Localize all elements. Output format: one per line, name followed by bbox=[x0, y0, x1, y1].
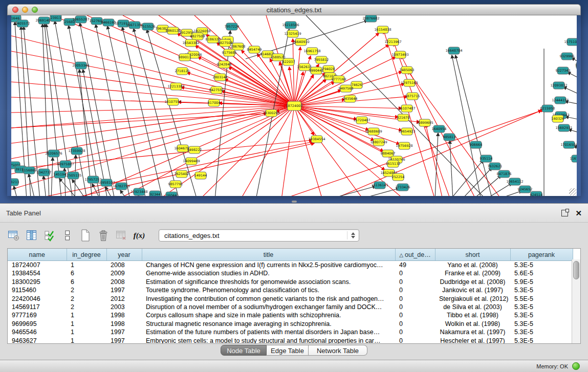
graph-node[interactable]: 935114 bbox=[480, 155, 493, 162]
graph-node[interactable]: 17016504 bbox=[560, 141, 577, 148]
graph-node[interactable]: 15751074 bbox=[564, 38, 577, 46]
graph-node[interactable]: 19756928 bbox=[396, 142, 412, 149]
graph-node[interactable]: 1342737 bbox=[37, 169, 52, 176]
graph-node[interactable]: 1167534 bbox=[570, 155, 577, 162]
graph-node[interactable]: 12213967 bbox=[384, 38, 401, 46]
graph-node[interactable]: 321670 bbox=[397, 114, 410, 121]
graph-node[interactable]: 908213 bbox=[11, 179, 19, 186]
graph-node[interactable]: 12923448 bbox=[130, 188, 147, 195]
graph-node[interactable]: 8427552 bbox=[209, 86, 224, 94]
table-selector-dropdown[interactable]: citations_edges.txt bbox=[159, 229, 359, 242]
graph-node[interactable]: 12325419 bbox=[284, 30, 301, 37]
table-row[interactable]: 1872400712008Changes of HCN gene express… bbox=[8, 261, 573, 270]
graph-node[interactable]: 9827509 bbox=[190, 33, 205, 40]
graph-node[interactable]: 9175685 bbox=[222, 49, 237, 56]
network-canvas[interactable]: 1872400716462405572206914062391325680106… bbox=[11, 15, 577, 196]
table-row[interactable]: 2242004622012Investigating the contribut… bbox=[8, 295, 573, 303]
graph-node[interactable]: 16154838 bbox=[374, 26, 391, 33]
graph-node[interactable]: 252254 bbox=[392, 173, 405, 181]
graph-node[interactable]: 16782759 bbox=[113, 183, 129, 190]
graph-node[interactable]: 9227343 bbox=[556, 67, 571, 74]
graph-node[interactable]: 9990443 bbox=[309, 67, 324, 74]
graph-node[interactable]: 9329966 bbox=[560, 53, 575, 60]
graph-node[interactable]: 12975163 bbox=[401, 79, 418, 86]
graph-node[interactable]: 8860128 bbox=[166, 27, 181, 34]
close-panel-icon[interactable]: ✕ bbox=[575, 209, 582, 217]
graph-node[interactable]: 7515526 bbox=[141, 23, 156, 30]
table-row[interactable]: 1830029562008Estimation of significance … bbox=[8, 278, 573, 286]
graph-node[interactable]: 92344 bbox=[149, 191, 161, 196]
graph-node[interactable]: 922720 bbox=[576, 62, 577, 69]
graph-node[interactable]: 985813 bbox=[443, 134, 456, 141]
close-window-button[interactable] bbox=[12, 7, 18, 13]
column-header-out_de[interactable]: △out_de… bbox=[395, 249, 435, 261]
graph-node[interactable]: 822037 bbox=[282, 58, 295, 65]
graph-node[interactable]: 8215958 bbox=[540, 105, 555, 112]
graph-node[interactable]: 18107554 bbox=[164, 98, 181, 105]
column-header-short[interactable]: short bbox=[435, 249, 510, 261]
graph-node[interactable]: 1733426 bbox=[396, 184, 410, 191]
table-row[interactable]: 969969511998Structural magnetic resonanc… bbox=[8, 320, 573, 328]
graph-node[interactable]: 15692931 bbox=[555, 124, 572, 132]
graph-node[interactable]: 1156869 bbox=[22, 167, 37, 174]
graph-node[interactable]: 16648784 bbox=[445, 47, 462, 54]
graph-node[interactable]: 18300295 bbox=[263, 110, 279, 117]
graph-node[interactable]: 1875715 bbox=[405, 93, 420, 100]
column-header-in_degree[interactable]: in_degree bbox=[67, 249, 106, 261]
graph-node[interactable]: 19654923 bbox=[398, 128, 415, 135]
graph-node[interactable]: 924514 bbox=[530, 191, 543, 196]
graph-node[interactable]: 989011 bbox=[179, 54, 191, 61]
graph-node[interactable]: 160326 bbox=[552, 115, 564, 122]
graph-node[interactable]: 16961758 bbox=[303, 48, 320, 55]
zoom-window-button[interactable] bbox=[32, 7, 38, 13]
minimize-window-button[interactable] bbox=[22, 7, 28, 13]
column-header-year[interactable]: year bbox=[106, 249, 142, 261]
graph-node[interactable]: 17359928 bbox=[68, 147, 85, 155]
table-row[interactable]: 946554611997Estimation of the future num… bbox=[8, 328, 573, 336]
graph-node[interactable]: 19218586 bbox=[282, 21, 299, 29]
graph-node[interactable]: 1640954 bbox=[432, 125, 447, 133]
graph-node[interactable]: 149144 bbox=[194, 172, 207, 179]
graph-node[interactable]: 12093832 bbox=[550, 82, 567, 89]
column-header-pagerank[interactable]: pagerank bbox=[510, 249, 573, 261]
graph-node[interactable]: 9245652 bbox=[518, 186, 533, 193]
graph-node[interactable]: 12444155 bbox=[552, 97, 569, 104]
graph-node[interactable]: 10973493 bbox=[391, 51, 408, 58]
delete-table-icon[interactable] bbox=[97, 228, 110, 243]
column-header-name[interactable]: name bbox=[8, 249, 67, 261]
table-row[interactable]: 946362711997Embryonic stem cells: a mode… bbox=[8, 337, 573, 344]
graph-node[interactable]: 19384554 bbox=[308, 136, 325, 143]
graph-node[interactable]: 8471876 bbox=[497, 170, 512, 178]
table-row[interactable]: 977716911998Corpus callosum shape and si… bbox=[8, 311, 573, 319]
graph-node[interactable]: 15136141 bbox=[371, 182, 388, 189]
tab-network-table[interactable]: Network Table bbox=[309, 345, 367, 356]
show-columns-icon[interactable] bbox=[25, 228, 38, 243]
table-row[interactable]: 1456911722003Disruption of a novel membe… bbox=[8, 303, 573, 311]
graph-node[interactable]: 10688609 bbox=[365, 128, 382, 135]
column-header-title[interactable]: title bbox=[142, 249, 395, 261]
graph-node[interactable]: 417004 bbox=[208, 99, 221, 106]
graph-node[interactable]: 2803144 bbox=[213, 74, 228, 81]
graph-node[interactable]: 6466160 bbox=[101, 19, 116, 26]
graph-node[interactable]: 7485063 bbox=[400, 67, 415, 74]
graph-node[interactable]: 8454749 bbox=[247, 46, 262, 53]
graph-node[interactable]: 9857791 bbox=[168, 181, 183, 188]
graph-node[interactable]: 1615132 bbox=[386, 160, 401, 167]
graph-node[interactable]: 18724007 bbox=[286, 101, 302, 111]
window-titlebar[interactable]: citations_edges.txt bbox=[7, 4, 581, 15]
graph-node[interactable]: 2405572 bbox=[15, 20, 30, 27]
new-table-icon[interactable] bbox=[79, 228, 92, 243]
graph-node[interactable]: 10654112 bbox=[506, 178, 523, 185]
graph-node[interactable]: 20053346 bbox=[72, 62, 89, 69]
function-builder-icon[interactable]: f(x) bbox=[133, 228, 146, 243]
scrollbar-thumb[interactable] bbox=[573, 261, 579, 279]
table-row[interactable]: 1938455462009Genome-wide association stu… bbox=[8, 269, 573, 277]
graph-node[interactable]: 794028 bbox=[322, 65, 335, 73]
vertical-scrollbar[interactable] bbox=[572, 259, 580, 343]
graph-node[interactable]: 7625402 bbox=[175, 170, 189, 178]
splitter-handle[interactable] bbox=[292, 201, 297, 203]
graph-node[interactable]: 9242848 bbox=[217, 61, 232, 68]
graph-node[interactable]: 16044 bbox=[166, 192, 177, 196]
table-row[interactable]: 911546021997Tourette syndrome. Phenomeno… bbox=[8, 286, 573, 294]
graph-node[interactable]: 9497568 bbox=[339, 85, 354, 92]
